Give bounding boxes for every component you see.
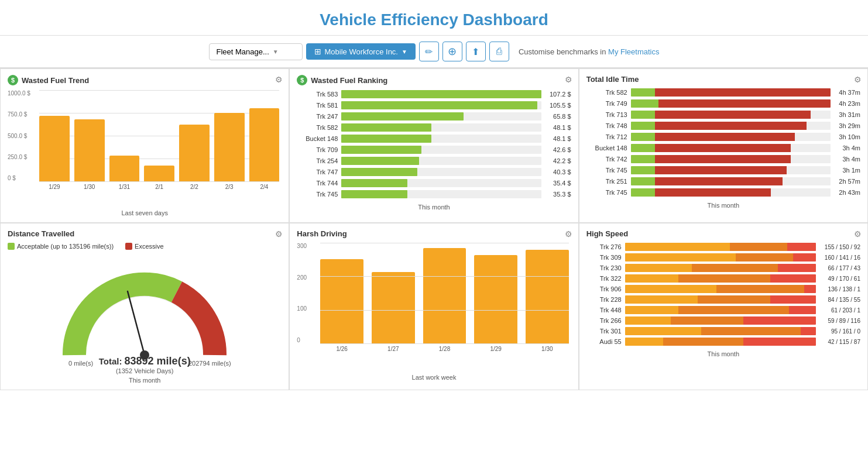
distance-travelled-panel: Distance Travelled ⚙ Acceptable (up to 1…: [0, 223, 289, 390]
gear-icon-ranking[interactable]: ⚙: [565, 75, 572, 84]
wasted-fuel-trend-panel: $ Wasted Fuel Trend ⚙ 1000.0 $ 750.0 $ 5…: [0, 68, 289, 223]
list-item: Trk 742 3h 4m: [586, 155, 860, 163]
gauge-sub: (1352 Vehicle Days): [116, 367, 173, 374]
list-item: Trk 228 84 / 135 / 55: [586, 295, 860, 304]
gauge-total: Total: 83892 mile(s): [99, 355, 191, 367]
list-item: Trk 745 3h 1m: [586, 166, 860, 174]
speed-period: This month: [586, 350, 860, 357]
page-title: Vehicle Efficiency Dashboard: [0, 11, 868, 29]
list-item: Trk 322 49 / 170 / 61: [586, 274, 860, 283]
legend-green-dot: [8, 243, 15, 250]
list-item: Trk 745 2h 43m: [586, 188, 860, 197]
list-item: Trk 74740.3 $: [297, 168, 571, 176]
list-item: Trk 301 95 / 161 / 0: [586, 327, 860, 335]
legend-red-dot: [125, 243, 132, 250]
harsh-driving-panel: Harsh Driving ⚙ 300 200 100 0: [289, 223, 578, 390]
group-dropdown[interactable]: ⊞ Mobile Workforce Inc. ▼: [306, 43, 416, 60]
svg-line-0: [128, 291, 145, 355]
ranking-period: This month: [297, 204, 571, 211]
group-dropdown-caret: ▼: [402, 49, 407, 55]
harsh-driving-title: Harsh Driving: [297, 229, 571, 238]
high-speed-panel: High Speed ⚙ Trk 276 155 / 150 / 92 Trk …: [579, 223, 868, 390]
bar-2-2: [179, 125, 210, 181]
gear-icon-wasted-fuel[interactable]: ⚙: [275, 75, 283, 84]
list-item: Trk 276 155 / 150 / 92: [586, 243, 860, 251]
bar-2-3: [214, 113, 245, 181]
wasted-fuel-period: Last seven days: [8, 209, 282, 216]
list-item: Trk 266 59 / 89 / 116: [586, 316, 860, 325]
legend-acceptable: Acceptable (up to 135196 mile(s)): [17, 243, 114, 250]
fleet-dropdown-caret: ▼: [273, 49, 279, 55]
bar-1-31: [109, 156, 140, 181]
list-item: Trk 713 3h 31m: [586, 111, 860, 119]
bar-2-4: [249, 108, 280, 181]
edit-button[interactable]: ✏: [419, 42, 439, 61]
gauge-container: 0 mile(s) 202794 mile(s) Total: 83892 mi…: [8, 256, 282, 374]
list-item: Trk 583107.2 $: [297, 90, 571, 98]
gear-icon-harsh[interactable]: ⚙: [565, 229, 572, 239]
print-button[interactable]: ⎙: [489, 42, 509, 61]
list-item: Trk 251 2h 57m: [586, 177, 860, 185]
list-item: Audi 55 42 / 115 / 87: [586, 338, 860, 346]
list-item: Trk 582 4h 37m: [586, 88, 860, 97]
list-item: Trk 58248.1 $: [297, 123, 571, 132]
bar-2-1: [144, 166, 174, 181]
harsh-chart: 300 200 100 0: [297, 243, 571, 371]
svg-text:0 mile(s): 0 mile(s): [68, 360, 93, 367]
upload-button[interactable]: ⬆: [466, 42, 486, 61]
customize-link[interactable]: My Fleetmatics: [608, 47, 659, 56]
fleet-dropdown-label: Fleet Manage...: [217, 47, 269, 56]
list-item: Trk 749 4h 23m: [586, 99, 860, 108]
gear-icon-idle[interactable]: ⚙: [854, 75, 862, 84]
list-item: Trk 25442.2 $: [297, 157, 571, 165]
list-item: Trk 712 3h 10m: [586, 133, 860, 141]
edit-icon: ✏: [425, 46, 433, 57]
customize-text: Customise benchmarks in My Fleetmatics: [519, 47, 660, 56]
toolbar: Fleet Manage... ▼ ⊞ Mobile Workforce Inc…: [0, 36, 868, 68]
list-item: Bucket 148 3h 4m: [586, 144, 860, 152]
fleet-dropdown[interactable]: Fleet Manage... ▼: [209, 43, 303, 60]
distance-period: This month: [8, 377, 282, 384]
list-item: Trk 448 61 / 203 / 1: [586, 306, 860, 314]
harsh-x-labels: 1/26 1/27 1/28 1/29 1/30: [320, 346, 568, 352]
total-idle-time-panel: Total Idle Time ⚙ Trk 582 4h 37m Trk 749…: [579, 68, 868, 223]
dollar-icon: $: [8, 75, 18, 85]
print-icon: ⎙: [496, 46, 502, 57]
total-idle-title: Total Idle Time: [586, 75, 860, 84]
list-item: Trk 581105.5 $: [297, 101, 571, 109]
idle-period: This month: [586, 202, 860, 209]
gear-icon-speed[interactable]: ⚙: [854, 229, 862, 239]
bar-1-29: [39, 116, 70, 181]
list-item: Trk 70942.6 $: [297, 146, 571, 154]
y-axis: 1000.0 $ 750.0 $ 500.0 $ 250.0 $ 0 $: [8, 90, 30, 181]
upload-icon: ⬆: [472, 46, 479, 57]
wasted-fuel-trend-title: $ Wasted Fuel Trend: [8, 75, 282, 85]
dashboard: $ Wasted Fuel Trend ⚙ 1000.0 $ 750.0 $ 5…: [0, 68, 868, 390]
distance-title: Distance Travelled: [8, 229, 282, 238]
speed-list[interactable]: Trk 276 155 / 150 / 92 Trk 309 160 / 141…: [586, 243, 860, 348]
network-icon: ⊞: [314, 47, 321, 56]
wasted-fuel-bar-chart: 1000.0 $ 750.0 $ 500.0 $ 250.0 $ 0 $: [8, 90, 282, 207]
wasted-fuel-ranking-title: $ Wasted Fuel Ranking: [297, 75, 571, 85]
list-item: Trk 230 66 / 177 / 43: [586, 264, 860, 272]
list-item: Trk 748 3h 29m: [586, 122, 860, 130]
list-item: Trk 74435.4 $: [297, 179, 571, 187]
svg-text:202794 mile(s): 202794 mile(s): [188, 360, 231, 367]
legend-excessive: Excessive: [135, 243, 164, 250]
group-dropdown-label: Mobile Workforce Inc.: [325, 47, 398, 56]
page-header: Vehicle Efficiency Dashboard: [0, 0, 868, 36]
list-item: Trk 74535.3 $: [297, 190, 571, 198]
harsh-y-axis: 300 200 100 0: [297, 243, 307, 343]
dollar-icon-2: $: [297, 75, 307, 85]
x-labels: 1/29 1/30 1/31 2/1 2/2 2/3 2/4: [39, 184, 279, 190]
list-item: Trk 906 136 / 138 / 1: [586, 285, 860, 293]
list-item: Bucket 14848.1 $: [297, 135, 571, 143]
ranking-list[interactable]: Trk 583107.2 $ Trk 581105.5 $ Trk 24765.…: [297, 90, 571, 201]
add-button[interactable]: ⊕: [442, 42, 462, 61]
list-item: Trk 309 160 / 141 / 16: [586, 253, 860, 261]
list-item: Trk 24765.8 $: [297, 112, 571, 121]
gear-icon-distance[interactable]: ⚙: [275, 229, 283, 239]
wasted-fuel-ranking-panel: $ Wasted Fuel Ranking ⚙ Trk 583107.2 $ T…: [289, 68, 578, 223]
idle-list[interactable]: Trk 582 4h 37m Trk 749 4h 23m Trk 713: [586, 88, 860, 199]
harsh-period: Last work week: [297, 374, 571, 381]
